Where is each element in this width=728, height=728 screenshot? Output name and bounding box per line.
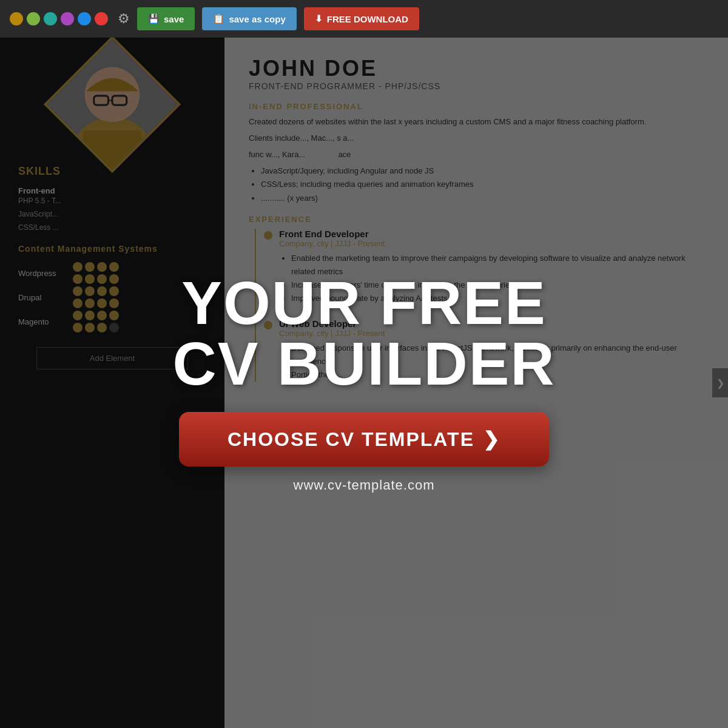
toolbar: ⚙ 💾 save 📋 save as copy ⬇ FREE DOWNLOAD <box>0 0 728 38</box>
save-button[interactable]: 💾 save <box>137 7 195 30</box>
gear-icon: ⚙ <box>118 11 130 27</box>
save-icon: 💾 <box>148 13 160 24</box>
save-label: save <box>164 14 184 24</box>
choose-label: CHOOSE CV TEMPLATE <box>228 428 474 451</box>
copy-icon: 📋 <box>213 13 224 24</box>
save-as-copy-button[interactable]: 📋 save as copy <box>202 7 296 30</box>
purple-dot[interactable] <box>61 12 74 25</box>
overlay-url: www.cv-template.com <box>294 477 435 493</box>
choose-template-button[interactable]: CHOOSE CV TEMPLATE ❯ <box>179 412 549 467</box>
blue-dot[interactable] <box>78 12 91 25</box>
download-label: FREE DOWNLOAD <box>327 14 408 24</box>
teal-dot[interactable] <box>44 12 57 25</box>
overlay: YOUR FREE CV BUILDER CHOOSE CV TEMPLATE … <box>0 38 728 728</box>
save-copy-label: save as copy <box>229 14 285 24</box>
overlay-line1: YOUR FREE <box>181 269 546 337</box>
download-icon: ⬇ <box>315 13 323 24</box>
choose-arrow: ❯ <box>483 428 500 451</box>
overlay-headline: YOUR FREE CV BUILDER <box>172 272 555 394</box>
gold-dot[interactable] <box>10 12 23 25</box>
free-download-button[interactable]: ⬇ FREE DOWNLOAD <box>304 7 419 30</box>
green-dot[interactable] <box>27 12 40 25</box>
red-dot[interactable] <box>95 12 108 25</box>
color-palette <box>10 12 108 25</box>
main-area: SKILLS Front-end PHP 5.5 - T... JavaScri… <box>0 38 728 728</box>
gear-button[interactable]: ⚙ <box>118 11 130 27</box>
overlay-line2: CV BUILDER <box>172 329 555 397</box>
